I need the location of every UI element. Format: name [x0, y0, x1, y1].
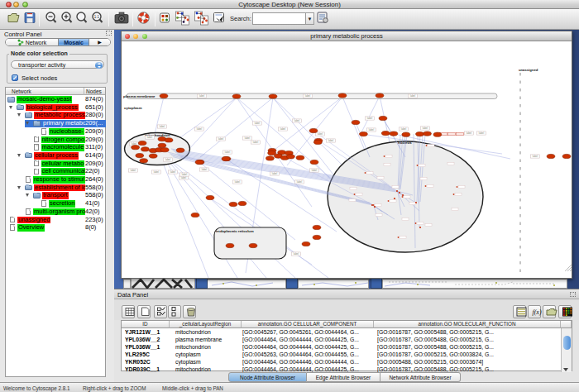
svg-text:label: label [182, 173, 188, 176]
svg-text:label: label [181, 176, 187, 179]
svg-text:label: label [533, 155, 538, 158]
svg-text:1:1: 1:1 [94, 15, 100, 19]
svg-text:label: label [367, 117, 373, 120]
svg-text:label: label [225, 151, 231, 154]
svg-text:label: label [154, 170, 160, 174]
svg-text:label: label [305, 94, 311, 98]
svg-text:label: label [131, 169, 136, 172]
svg-text:label: label [253, 141, 259, 144]
svg-text:label: label [272, 172, 278, 175]
svg-text:plasma membrane: plasma membrane [123, 94, 156, 98]
svg-text:label: label [255, 122, 261, 125]
svg-text:label: label [218, 137, 224, 141]
svg-text:label: label [197, 127, 203, 131]
svg-text:label: label [294, 119, 300, 122]
svg-text:label: label [170, 170, 176, 174]
svg-text:label: label [401, 127, 407, 131]
svg-text:label: label [318, 132, 323, 136]
svg-text:label: label [479, 131, 485, 135]
svg-text:unassigned: unassigned [519, 68, 538, 72]
svg-text:label: label [328, 139, 334, 142]
svg-text:label: label [235, 180, 241, 184]
svg-text:f(x): f(x) [532, 308, 541, 316]
svg-text:cytoplasm: cytoplasm [124, 106, 142, 110]
svg-text:label: label [423, 127, 428, 130]
svg-text:label: label [410, 94, 416, 98]
svg-text:endoplasmic reticulum: endoplasmic reticulum [216, 229, 254, 233]
svg-text:label: label [294, 252, 299, 256]
svg-text:label: label [369, 128, 375, 131]
svg-text:label: label [312, 169, 318, 172]
svg-text:label: label [297, 180, 303, 184]
svg-text:label: label [467, 131, 472, 135]
svg-text:label: label [147, 136, 153, 139]
svg-text:label: label [280, 127, 286, 131]
svg-text:label: label [199, 94, 205, 98]
svg-text:label: label [165, 158, 171, 161]
svg-text:label: label [202, 168, 208, 171]
svg-text:label: label [160, 125, 165, 128]
svg-text:label: label [245, 136, 251, 140]
